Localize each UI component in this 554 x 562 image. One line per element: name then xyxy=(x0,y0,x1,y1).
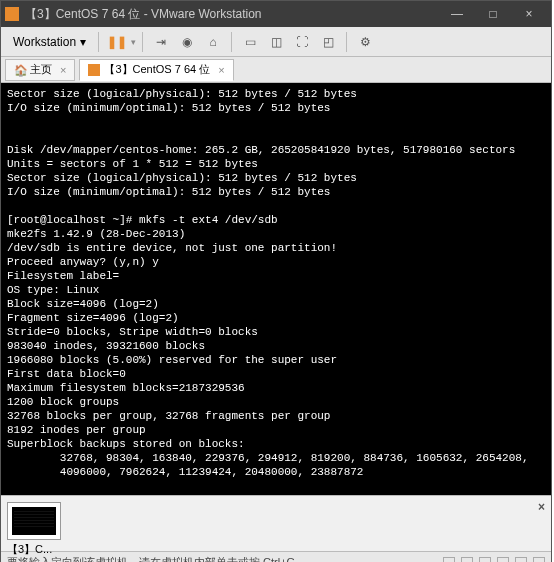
thumbnail-preview xyxy=(12,507,56,535)
window-title: 【3】CentOS 7 64 位 - VMware Workstation xyxy=(25,6,439,23)
device-icon[interactable] xyxy=(515,557,527,563)
term-line: Stride=0 blocks, Stripe width=0 blocks xyxy=(7,326,258,338)
view-split-icon[interactable]: ◫ xyxy=(264,30,288,54)
snapshot-icon[interactable]: ◉ xyxy=(175,30,199,54)
tab-close-icon[interactable]: × xyxy=(60,64,66,76)
unity-icon[interactable]: ◰ xyxy=(316,30,340,54)
term-line: 8192 inodes per group xyxy=(7,424,146,436)
vmware-window: 【3】CentOS 7 64 位 - VMware Workstation — … xyxy=(0,0,552,562)
term-line: Units = sectors of 1 * 512 = 512 bytes xyxy=(7,158,258,170)
tab-home-label: 主页 xyxy=(30,62,52,77)
thumbnail-label: 【3】C... xyxy=(7,542,61,557)
maximize-button[interactable]: □ xyxy=(475,1,511,27)
term-line: OS type: Linux xyxy=(7,284,99,296)
term-line: 1200 block groups xyxy=(7,396,119,408)
term-line: Sector size (logical/physical): 512 byte… xyxy=(7,88,357,100)
status-icons xyxy=(443,557,545,563)
send-input-icon[interactable]: ⇥ xyxy=(149,30,173,54)
separator xyxy=(346,32,347,52)
term-line: Disk /dev/mapper/centos-home: 265.2 GB, … xyxy=(7,144,515,156)
term-line: /dev/sdb is entire device, not just one … xyxy=(7,242,337,254)
chevron-down-icon: ▾ xyxy=(80,35,86,49)
separator xyxy=(231,32,232,52)
term-line: Maximum filesystem blocks=2187329536 xyxy=(7,382,245,394)
workstation-label: Workstation xyxy=(13,35,76,49)
fullscreen-icon[interactable]: ⛶ xyxy=(290,30,314,54)
term-line: mke2fs 1.42.9 (28-Dec-2013) xyxy=(7,228,185,240)
term-line: First data block=0 xyxy=(7,368,126,380)
titlebar[interactable]: 【3】CentOS 7 64 位 - VMware Workstation — … xyxy=(1,1,551,27)
panel-close-icon[interactable]: × xyxy=(538,500,545,514)
term-line: [root@localhost ~]# mkfs -t ext4 /dev/sd… xyxy=(7,214,278,226)
tabbar: 🏠 主页 × 【3】CentOS 7 64 位 × xyxy=(1,57,551,83)
term-line: Filesystem label= xyxy=(7,270,119,282)
separator xyxy=(142,32,143,52)
chevron-down-icon[interactable]: ▾ xyxy=(131,37,136,47)
view-console-icon[interactable]: ▭ xyxy=(238,30,262,54)
manage-icon[interactable]: ⌂ xyxy=(201,30,225,54)
term-line: Superblock backups stored on blocks: xyxy=(7,438,245,450)
close-button[interactable]: × xyxy=(511,1,547,27)
term-line: I/O size (minimum/optimal): 512 bytes / … xyxy=(7,102,330,114)
terminal[interactable]: Sector size (logical/physical): 512 byte… xyxy=(1,83,551,495)
vm-icon xyxy=(88,64,100,76)
device-icon[interactable] xyxy=(533,557,545,563)
term-line: 983040 inodes, 39321600 blocks xyxy=(7,340,205,352)
term-line: 32768 blocks per group, 32768 fragments … xyxy=(7,410,330,422)
device-icon[interactable] xyxy=(497,557,509,563)
tab-vm-label: 【3】CentOS 7 64 位 xyxy=(104,62,210,77)
home-icon: 🏠 xyxy=(14,64,26,76)
minimize-button[interactable]: — xyxy=(439,1,475,27)
term-line: Fragment size=4096 (log=2) xyxy=(7,312,179,324)
tab-vm[interactable]: 【3】CentOS 7 64 位 × xyxy=(79,59,233,81)
vm-thumbnail[interactable] xyxy=(7,502,61,540)
term-line: Block size=4096 (log=2) xyxy=(7,298,159,310)
term-line: 4096000, 7962624, 11239424, 20480000, 23… xyxy=(7,466,363,478)
device-icon[interactable] xyxy=(479,557,491,563)
device-icon[interactable] xyxy=(461,557,473,563)
term-line: 32768, 98304, 163840, 229376, 294912, 81… xyxy=(7,452,529,464)
device-icon[interactable] xyxy=(443,557,455,563)
tab-close-icon[interactable]: × xyxy=(218,64,224,76)
statusbar: 要将输入定向到该虚拟机，请在虚拟机内部单击或按 Ctrl+G。 xyxy=(1,551,551,562)
separator xyxy=(98,32,99,52)
term-line: 1966080 blocks (5.00%) reserved for the … xyxy=(7,354,337,366)
thumbnail-item[interactable]: 【3】C... xyxy=(7,502,61,557)
toolbar: Workstation ▾ ❚❚ ▾ ⇥ ◉ ⌂ ▭ ◫ ⛶ ◰ ⚙ xyxy=(1,27,551,57)
app-icon xyxy=(5,7,19,21)
thumbnail-panel: 【3】C... × xyxy=(1,495,551,551)
workstation-menu[interactable]: Workstation ▾ xyxy=(7,33,92,51)
tools-icon[interactable]: ⚙ xyxy=(353,30,377,54)
tab-home[interactable]: 🏠 主页 × xyxy=(5,59,75,81)
term-line: Sector size (logical/physical): 512 byte… xyxy=(7,172,357,184)
term-line: I/O size (minimum/optimal): 512 bytes / … xyxy=(7,186,330,198)
term-line: Proceed anyway? (y,n) y xyxy=(7,256,159,268)
pause-button[interactable]: ❚❚ xyxy=(105,30,129,54)
